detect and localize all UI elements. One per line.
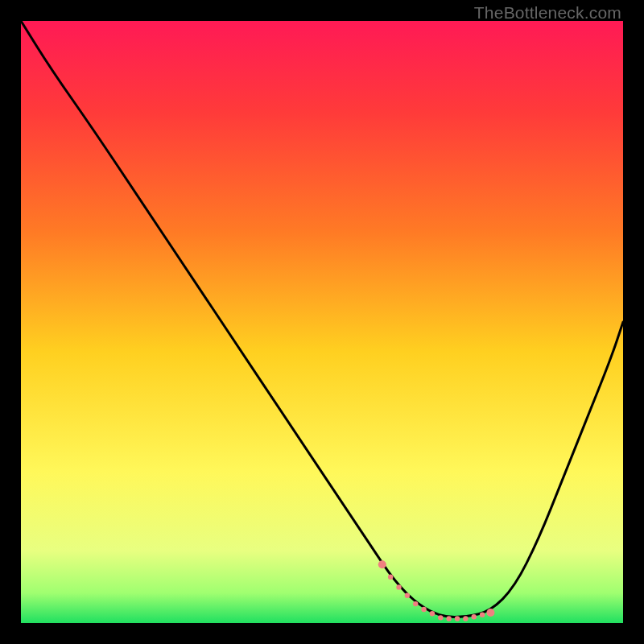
svg-point-9 — [455, 616, 460, 621]
svg-point-7 — [438, 615, 443, 620]
svg-point-13 — [486, 609, 494, 617]
svg-point-12 — [480, 612, 485, 617]
svg-point-3 — [405, 593, 410, 598]
svg-point-11 — [472, 614, 477, 619]
plot-area — [21, 21, 623, 623]
svg-point-0 — [378, 560, 386, 568]
svg-point-2 — [396, 584, 401, 589]
svg-point-1 — [388, 575, 393, 580]
svg-point-10 — [463, 616, 468, 621]
svg-point-5 — [421, 607, 426, 612]
svg-point-4 — [413, 601, 418, 606]
svg-point-6 — [430, 611, 435, 616]
attribution-text: TheBottleneck.com — [474, 3, 621, 23]
svg-point-8 — [446, 616, 451, 621]
chart-svg — [21, 21, 623, 623]
gradient-background — [21, 21, 623, 623]
chart-container: TheBottleneck.com — [0, 0, 644, 644]
